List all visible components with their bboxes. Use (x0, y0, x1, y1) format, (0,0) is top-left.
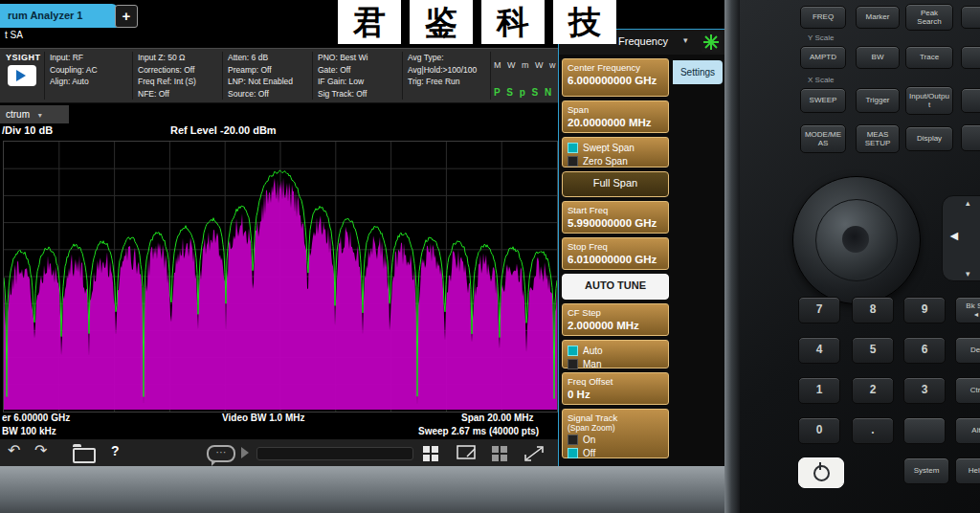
spectrum-graticule[interactable] (3, 141, 558, 413)
sweep-annotation[interactable]: Sweep 2.67 ms (40000 pts) (418, 426, 539, 436)
redo-icon[interactable]: ↷ (34, 441, 47, 459)
power-button[interactable] (798, 457, 844, 488)
tab-spectrum-analyzer[interactable]: rum Analyzer 1 (0, 4, 118, 28)
stop-freq-field[interactable]: Stop Freq 6.010000000 GHz (562, 237, 669, 270)
key-1[interactable]: 1 (798, 377, 840, 404)
add-tab-button[interactable]: + (115, 5, 138, 28)
key-6[interactable]: 6 (903, 337, 946, 364)
span-field[interactable]: Span 20.0000000 MHz (562, 100, 669, 133)
instrument-front-panel: rum Analyzer 1 t SA + YSIGHT Input: RFCo… (0, 0, 980, 513)
system-hardkey[interactable]: System (903, 457, 949, 484)
rpg-knob-dimple (842, 226, 869, 253)
message-bubble-icon[interactable]: ⋯ (207, 445, 235, 462)
trace-hardkey[interactable]: Trace (905, 46, 953, 69)
key-0[interactable]: 0 (798, 417, 840, 444)
window-selector-tab[interactable]: ctrum ▾ (0, 105, 69, 123)
ctrl-key[interactable]: Ctrl (955, 377, 980, 404)
partial-hardkey[interactable] (961, 124, 980, 151)
partial-hardkey[interactable] (961, 46, 980, 69)
menu-controls: Center Frequency 6.000000000 GHz Span 20… (559, 56, 671, 466)
info-col-input[interactable]: Input: RFCoupling: ACAlign: Auto (50, 52, 98, 88)
fullscreen-icon[interactable] (525, 447, 543, 460)
instrument-screen: rum Analyzer 1 t SA + YSIGHT Input: RFCo… (0, 0, 724, 466)
scale-per-div-label[interactable]: /Div 10 dB (2, 124, 53, 136)
full-span-button[interactable]: Full Span (562, 171, 669, 197)
center-freq-annotation[interactable]: er 6.00000 GHz (2, 413, 70, 423)
key-5[interactable]: 5 (852, 337, 894, 364)
help-icon[interactable]: ? (111, 443, 120, 458)
display-hardkey[interactable]: Display (905, 126, 953, 151)
grid-view-icon[interactable] (492, 446, 507, 461)
watermark-char: 技 (553, 0, 616, 44)
res-bw-annotation[interactable]: BW 100 kHz (2, 426, 56, 436)
auto-option[interactable]: Auto (568, 344, 663, 357)
key-4[interactable]: 4 (798, 337, 840, 364)
freq-hardkey[interactable]: FREQ (800, 6, 846, 29)
amptd-hardkey[interactable]: AMPTD (800, 46, 846, 69)
left-arrow-key[interactable]: ◄ (947, 228, 961, 243)
divider (402, 52, 403, 100)
divider (312, 52, 313, 100)
key-7[interactable]: 7 (798, 297, 840, 323)
message-area[interactable] (256, 447, 413, 460)
swept-span-option[interactable]: Swept Span (568, 141, 663, 154)
info-col-atten[interactable]: Atten: 6 dBPreamp: OffLNP: Not EnabledSo… (228, 52, 293, 100)
folder-icon[interactable] (73, 448, 96, 463)
mode-meas-hardkey[interactable]: MODE/MEAS (800, 124, 846, 153)
zero-span-option[interactable]: Zero Span (568, 154, 663, 167)
partial-hardkey[interactable] (961, 88, 980, 113)
peak-search-hardkey[interactable]: Peak Search (905, 4, 953, 31)
meas-setup-hardkey[interactable]: MEAS SETUP (856, 124, 900, 153)
undo-icon[interactable]: ↶ (8, 441, 20, 459)
watermark-char: 鉴 (410, 0, 473, 44)
window-selector-label: ctrum (6, 109, 30, 120)
bw-hardkey[interactable]: BW (856, 46, 900, 69)
radio-selected-icon (568, 143, 578, 153)
info-col-avg[interactable]: Avg Type:Avg|Hold:>100/100Trig: Free Run (408, 52, 477, 88)
screen-bezel-right (724, 0, 740, 513)
marker-hardkey[interactable]: Marker (856, 6, 900, 29)
info-col-inputz[interactable]: Input Z: 50 ΩCorrections: OffFreq Ref: I… (138, 52, 196, 100)
cf-step-mode-toggle: Auto Man (562, 340, 669, 368)
key-decimal[interactable]: . (852, 417, 894, 444)
sweep-hardkey[interactable]: SWEEP (800, 88, 846, 113)
partial-hardkey[interactable] (903, 417, 946, 444)
freq-offset-field[interactable]: Freq Offset 0 Hz (562, 372, 669, 405)
auto-tune-button[interactable]: AUTO TUNE (562, 274, 669, 300)
tab-subtitle: t SA (5, 30, 23, 40)
backspace-arrow-icon: ◄ (973, 311, 980, 319)
trigger-hardkey[interactable]: Trigger (856, 88, 900, 113)
window-layout-icon[interactable] (423, 446, 438, 461)
key-9[interactable]: 9 (903, 297, 946, 323)
start-freq-field[interactable]: Start Freq 5.990000000 GHz (562, 201, 669, 234)
center-frequency-field[interactable]: Center Frequency 6.000000000 GHz (562, 58, 669, 97)
key-2[interactable]: 2 (852, 377, 894, 404)
help-hardkey[interactable]: Help (955, 457, 980, 484)
info-col-pno[interactable]: PNO: Best WiGate: OffIF Gain: LowSig Tra… (318, 52, 368, 100)
tab-settings[interactable]: Settings (673, 60, 723, 84)
expand-messages-icon[interactable] (241, 447, 249, 458)
screen-bezel-bottom (0, 466, 724, 513)
ref-level-label[interactable]: Ref Level -20.00 dBm (170, 124, 277, 136)
power-icon (813, 465, 830, 481)
up-arrow-key[interactable]: ▴ (966, 198, 970, 208)
backspace-key[interactable]: Bk Sp◄ (955, 297, 980, 323)
down-arrow-key[interactable]: ▾ (966, 269, 970, 279)
partial-hardkey[interactable] (961, 6, 980, 29)
arrow-keypad[interactable]: ◄ ▴ ▾ (942, 195, 980, 281)
video-bw-annotation[interactable]: Video BW 1.0 MHz (222, 413, 305, 423)
trace-detector-indicators[interactable]: P S p S N N (494, 87, 567, 98)
signal-track-off-option[interactable]: Off (568, 446, 663, 459)
watermark-char: 科 (481, 0, 545, 44)
span-annotation[interactable]: Span 20.00 MHz (461, 413, 534, 423)
delete-key[interactable]: Del (955, 337, 980, 364)
alt-key[interactable]: Alt (955, 417, 980, 444)
key-3[interactable]: 3 (903, 377, 946, 404)
man-option[interactable]: Man (568, 357, 663, 370)
cf-step-field[interactable]: CF Step 2.000000 MHz (562, 303, 669, 336)
input-output-hardkey[interactable]: Input/Output (905, 86, 953, 115)
signal-track-on-option[interactable]: On (568, 433, 663, 446)
system-asterisk-icon[interactable] (701, 32, 722, 53)
key-8[interactable]: 8 (852, 297, 894, 323)
annotation-screen-icon[interactable] (457, 446, 475, 458)
